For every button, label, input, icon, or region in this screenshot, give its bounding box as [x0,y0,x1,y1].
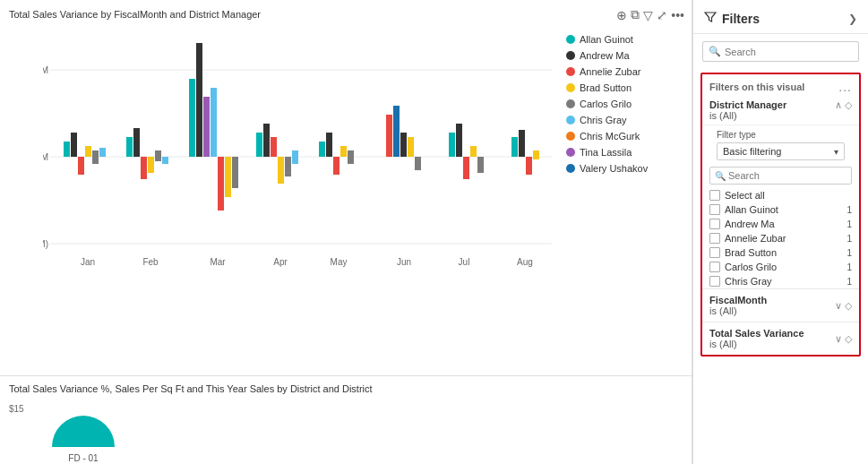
semicircle-svg [47,407,119,451]
filter-icon[interactable]: ▽ [643,8,653,22]
filter-type-text: Basic filtering [723,146,781,157]
collapse-filter-icon[interactable]: ∧ [835,99,842,111]
svg-rect-14 [141,157,147,179]
option-checkbox[interactable] [709,233,720,244]
legend-item: Chris McGurk [566,131,683,142]
svg-rect-27 [271,137,277,157]
option-label: Carlos Grilo [725,262,842,272]
filter-search-input[interactable] [728,170,847,181]
svg-rect-36 [386,115,392,157]
chart-legend: Allan Guinot Andrew Ma Annelie Zubar Bra… [566,25,683,303]
filter-option-item[interactable]: Andrew Ma 1 [702,217,859,231]
svg-rect-31 [319,142,325,157]
option-count: 1 [847,277,852,287]
svg-rect-21 [211,88,217,157]
filters-search-box[interactable]: 🔍 [702,41,859,62]
option-checkbox[interactable] [709,204,720,215]
select-all-checkbox[interactable] [709,190,720,201]
legend-color-dot [566,67,575,76]
chart-toolbar: ⊕ ⧉ ▽ ⤢ ••• [616,7,684,22]
semicircle-label: FD - 01 [68,453,98,463]
option-count: 1 [847,234,852,244]
option-label: Chris Gray [725,276,842,287]
option-checkbox[interactable] [709,262,720,272]
clear-filter-icon[interactable]: ◇ [845,99,852,111]
option-checkbox[interactable] [709,276,720,287]
filters-section-header: Filters on this visual ... [702,74,859,96]
bar-chart-wrapper: $0.2M $0.0M ($0.2M) [9,25,559,303]
svg-rect-43 [463,157,469,179]
filters-on-visual-title: Filters on this visual [709,82,804,92]
legend-label: Chris Gray [580,115,627,125]
filter-option-item[interactable]: Brad Sutton 1 [702,245,859,260]
svg-rect-39 [408,137,414,157]
svg-rect-12 [126,137,133,157]
filter-option-item[interactable]: Annelie Zubar 1 [702,231,859,245]
legend-color-dot [566,148,575,157]
svg-rect-6 [64,142,70,157]
filter-option-item[interactable]: Chris Gray 1 [702,274,859,288]
option-checkbox[interactable] [709,247,720,258]
select-all-option[interactable]: Select all [702,188,859,202]
svg-rect-23 [225,157,231,197]
svg-text:($0.2M): ($0.2M) [43,239,48,249]
bottom-chart-title: Total Sales Variance %, Sales Per Sq Ft … [9,383,683,394]
filter-type-dropdown[interactable]: Basic filtering ▾ [717,142,845,160]
filter-funnel-icon [704,11,717,26]
clear-fiscal-month-icon[interactable]: ◇ [845,300,852,312]
more-options-icon[interactable]: ••• [671,8,684,22]
svg-rect-34 [340,146,347,157]
filters-search-input[interactable] [725,47,853,57]
filter-options-search[interactable]: 🔍 [709,167,852,185]
expand-total-sales-icon[interactable]: ∨ [835,333,842,345]
svg-rect-33 [333,157,339,175]
legend-item: Annelie Zubar [566,66,683,77]
svg-rect-42 [456,124,462,157]
filter-search-icon: 🔍 [715,171,726,181]
filter-option-item[interactable]: Allan Guinot 1 [702,202,859,217]
legend-color-dot [566,132,575,141]
filter-options-list: Select all Allan Guinot 1 Andrew Ma 1 An… [702,188,859,288]
total-sales-filter-value: is (All) [709,339,804,349]
clear-total-sales-icon[interactable]: ◇ [845,333,852,345]
legend-color-dot [566,83,575,92]
svg-rect-45 [477,157,484,173]
option-label: Brad Sutton [725,247,842,258]
fiscal-month-filter-name: FiscalMonth [709,295,767,305]
chart-body: $0.2M $0.0M ($0.2M) [9,25,683,303]
total-sales-filter: Total Sales Variance is (All) ∨ ◇ [702,322,859,355]
legend-label: Valery Ushakov [580,163,648,174]
main-content: Total Sales Variance by FiscalMonth and … [0,0,692,464]
svg-rect-47 [519,130,525,157]
fiscal-month-info: FiscalMonth is (All) [709,295,767,316]
svg-rect-41 [449,133,455,157]
expand-icon[interactable]: ⤢ [657,8,667,22]
svg-rect-46 [511,137,518,157]
legend-item: Chris Gray [566,115,683,125]
copy-icon[interactable]: ⧉ [631,7,640,22]
legend-label: Annelie Zubar [580,66,641,77]
svg-rect-25 [256,133,262,157]
expand-fiscal-month-icon[interactable]: ∨ [835,300,842,312]
svg-rect-22 [218,157,224,211]
svg-rect-30 [292,150,298,164]
legend-label: Brad Sutton [580,82,632,93]
svg-text:Apr: Apr [273,257,288,267]
legend-color-dot [566,99,575,108]
pin-icon[interactable]: ⊕ [616,8,627,22]
search-icon: 🔍 [709,46,721,57]
district-manager-filter: District Manager is (All) ∧ ◇ [702,96,859,125]
fiscal-month-filter-icons: ∨ ◇ [835,300,852,312]
district-manager-filter-name: District Manager [709,99,786,110]
legend-label: Chris McGurk [580,131,640,142]
bottom-y-label: $15 [9,404,24,414]
svg-rect-40 [415,157,421,170]
semicircle-chart: FD - 01 [47,398,119,463]
legend-item: Tina Lassila [566,147,683,158]
filters-section-menu-icon[interactable]: ... [838,80,852,94]
filters-collapse-icon[interactable]: ❯ [848,13,857,25]
filter-option-item[interactable]: Carlos Grilo 1 [702,260,859,274]
option-checkbox[interactable] [709,219,720,229]
legend-item: Andrew Ma [566,50,683,61]
filters-header: Filters ❯ [693,0,868,34]
